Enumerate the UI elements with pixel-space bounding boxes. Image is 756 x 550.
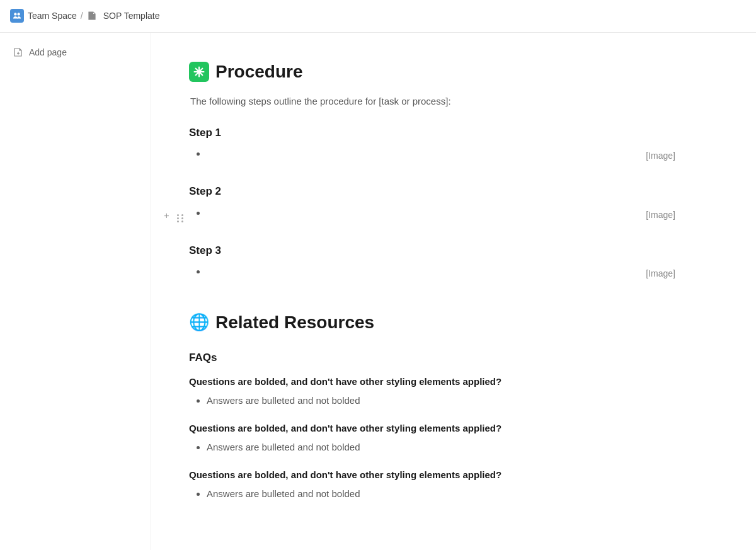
faq-2-question: Questions are bolded, and don't have oth…: [189, 421, 680, 436]
related-resources-header: 🌐 Related Resources: [189, 309, 680, 337]
procedure-section: Procedure The following steps outline th…: [189, 58, 680, 284]
step-2-item: [207, 205, 641, 221]
doc-title: SOP Template: [103, 9, 160, 23]
team-space-icon: [10, 9, 24, 23]
faq-1-answer-list: Answers are bulleted and not bolded: [189, 393, 680, 408]
add-page-icon: [13, 47, 24, 58]
step-3-list: [189, 264, 641, 282]
step-2-title: Step 2: [189, 183, 680, 200]
team-space-link[interactable]: Team Space: [28, 9, 77, 23]
faq-item-1: Questions are bolded, and don't have oth…: [189, 374, 680, 408]
step-2-block: Step 2 +: [189, 183, 680, 224]
drag-icon: [177, 214, 185, 223]
faq-1-answer: Answers are bulleted and not bolded: [207, 393, 680, 408]
sidebar: Add page: [0, 33, 151, 550]
svg-point-0: [14, 13, 16, 16]
top-bar: Team Space / SOP Template: [0, 0, 756, 33]
related-resources-title: Related Resources: [215, 309, 374, 337]
step-2-drag-btn[interactable]: [175, 207, 187, 224]
asterisk-icon: [193, 66, 205, 78]
step-1-item: [207, 146, 641, 161]
faq-3-answer: Answers are bulleted and not bolded: [207, 486, 680, 501]
step-3-title: Step 3: [189, 242, 680, 259]
step-1-image: [Image]: [641, 146, 680, 165]
step-1-row: [Image]: [189, 146, 680, 165]
doc-icon: [87, 11, 100, 21]
svg-point-1: [17, 13, 20, 16]
step-3-item: [207, 264, 641, 279]
step-2-row: +: [189, 205, 680, 224]
add-page-button[interactable]: Add page: [8, 43, 72, 62]
step-3-image: [Image]: [641, 264, 680, 283]
step-1-block: Step 1 [Image]: [189, 124, 680, 166]
breadcrumb: Team Space / SOP Template: [10, 9, 159, 23]
step-2-controls: +: [161, 207, 187, 224]
procedure-title: Procedure: [215, 58, 303, 86]
faq-item-2: Questions are bolded, and don't have oth…: [189, 421, 680, 455]
related-resources-section: 🌐 Related Resources FAQs Questions are b…: [189, 309, 680, 501]
step-2-add-btn[interactable]: +: [161, 209, 172, 221]
globe-icon: 🌐: [189, 312, 209, 333]
faq-2-answer: Answers are bulleted and not bolded: [207, 440, 680, 455]
step-1-title: Step 1: [189, 124, 680, 141]
faqs-heading: FAQs: [189, 349, 680, 366]
procedure-header: Procedure: [189, 58, 680, 86]
faq-3-answer-list: Answers are bulleted and not bolded: [189, 486, 680, 501]
main-content: Procedure The following steps outline th…: [151, 33, 718, 550]
step-3-row: [Image]: [189, 264, 680, 283]
faq-3-question: Questions are bolded, and don't have oth…: [189, 467, 680, 483]
faq-item-3: Questions are bolded, and don't have oth…: [189, 467, 680, 501]
main-layout: Add page Procedure The following steps o…: [0, 33, 756, 550]
add-page-label: Add page: [29, 47, 67, 57]
procedure-icon: [189, 62, 209, 82]
step-3-block: Step 3 [Image]: [189, 242, 680, 284]
faq-2-answer-list: Answers are bulleted and not bolded: [189, 440, 680, 455]
step-2-image: [Image]: [641, 205, 680, 224]
steps-container: Step 1 [Image] Step 2 +: [189, 124, 680, 284]
breadcrumb-separator: /: [81, 9, 83, 23]
team-icon-svg: [13, 11, 21, 20]
procedure-description: The following steps outline the procedur…: [190, 94, 680, 109]
step-1-list: [189, 146, 641, 164]
step-2-list: [189, 205, 641, 223]
faq-1-question: Questions are bolded, and don't have oth…: [189, 374, 680, 389]
